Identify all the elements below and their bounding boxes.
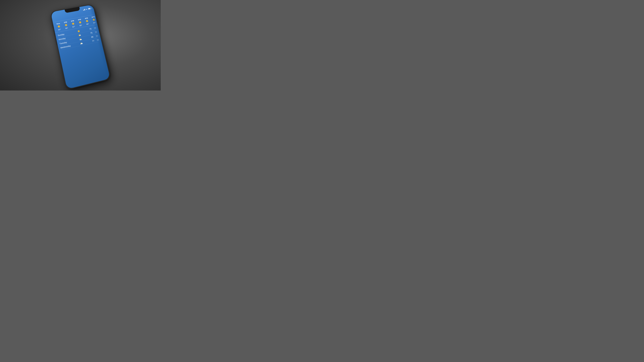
hour-icon: ☀️ [72, 22, 75, 25]
wifi-icon: ▲ [86, 8, 88, 10]
hour-icon: ☀️ [57, 25, 61, 28]
status-icons: ▲ [83, 7, 91, 11]
day-low: 54 [93, 31, 97, 33]
hour-label: 2PM [71, 20, 74, 22]
hour-icon: ☀️ [78, 21, 82, 24]
day-low: 53 [94, 35, 98, 37]
day-low: 58 [92, 27, 96, 29]
day-high: 75 [87, 28, 92, 30]
phone-shell: ▲ [50, 4, 111, 90]
hour-label: 3PM [78, 18, 81, 21]
phone-mockup: ▲ [50, 4, 111, 90]
hour-temp: 68° [79, 24, 82, 27]
hour-icon: ☀️ [64, 24, 68, 27]
day-high: 77 [90, 40, 94, 43]
hour-temp: 64° [58, 28, 61, 31]
day-temps: 77 55 [90, 39, 99, 43]
scene: ▲ [0, 0, 161, 90]
day-high: 66 [89, 36, 94, 39]
hour-icon: ☀️ [85, 20, 89, 22]
hour-label: 5PM [92, 16, 95, 18]
hour-temp: 66° [65, 27, 68, 29]
phone-screen: ▲ [51, 5, 110, 89]
signal-icon [83, 9, 85, 11]
battery-icon [88, 8, 91, 10]
hour-temp: 67° [72, 25, 75, 28]
phone-inner: ▲ [51, 5, 110, 89]
hour-icon: ☀️ [92, 18, 96, 21]
hour-label: 4PM [85, 17, 88, 19]
weather-content: Now ☀️ 64° 1PM ☀️ 66° 2PM ☀️ 67° 3PM ☀️ … [52, 10, 110, 89]
hour-label: 1PM [64, 21, 67, 23]
hour-label: Now [56, 22, 60, 25]
hour-temp: 66° [86, 23, 89, 25]
day-high: 75 [88, 32, 93, 35]
day-low: 55 [95, 39, 99, 42]
hour-temp: 64° [93, 21, 96, 24]
